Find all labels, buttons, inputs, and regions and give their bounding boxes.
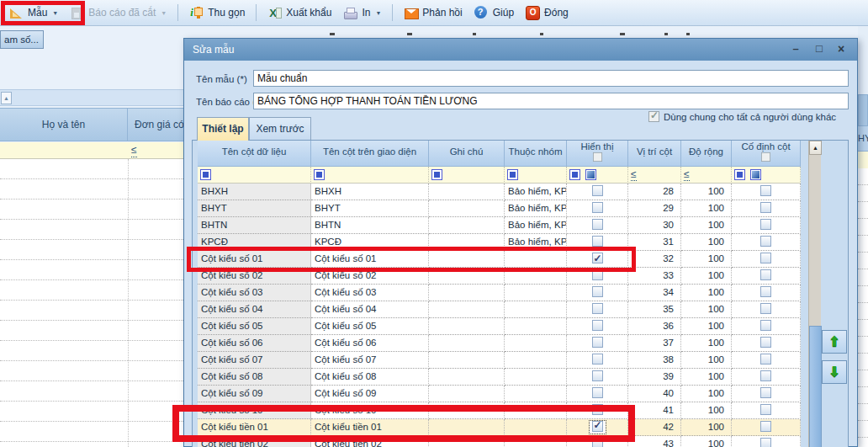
filter-operator[interactable]: ≤ — [684, 168, 690, 181]
cell-visible[interactable] — [567, 369, 628, 386]
filter-cell-group[interactable] — [505, 167, 567, 184]
chevron-down-icon[interactable]: ▼ — [375, 10, 381, 16]
filter-operator[interactable]: ≤ — [131, 143, 137, 157]
column-header-hoten[interactable]: Họ và tên — [0, 109, 128, 141]
table-row[interactable]: Cột kiểu số 03Cột kiểu số 0334100 — [198, 285, 801, 301]
fixed-checkbox[interactable] — [760, 337, 771, 348]
cell-visible[interactable] — [567, 184, 628, 200]
cell-visible[interactable] — [567, 352, 628, 369]
maximize-button[interactable]: □ — [810, 39, 828, 61]
cell-fixed[interactable] — [732, 251, 801, 268]
cell-fixed[interactable] — [732, 386, 801, 402]
column-header-width[interactable]: Độ rộng — [681, 141, 732, 167]
column-header-ui[interactable]: Tên cột trên giao diện — [311, 141, 429, 167]
fixed-checkbox[interactable] — [760, 438, 771, 447]
column-header-visible[interactable]: Hiển thị — [567, 141, 628, 167]
report-name-input[interactable] — [253, 93, 849, 109]
template-name-input[interactable] — [253, 70, 849, 87]
column-header-hy[interactable]: HY — [858, 126, 868, 152]
visible-checkbox[interactable] — [592, 387, 603, 398]
cell-fixed[interactable] — [732, 318, 801, 335]
fixed-checkbox[interactable] — [760, 236, 771, 247]
share-checkbox[interactable] — [648, 111, 659, 122]
fixed-checkbox[interactable] — [760, 404, 771, 415]
filter-cell-visible[interactable] — [567, 167, 628, 184]
visible-checkbox[interactable] — [592, 219, 603, 230]
column-header-data[interactable]: Tên cột dữ liệu — [198, 141, 311, 167]
visible-checkbox[interactable] — [592, 337, 603, 348]
filter-icon[interactable] — [431, 169, 442, 180]
visible-checkbox[interactable] — [592, 286, 603, 297]
fixed-checkbox[interactable] — [760, 269, 771, 280]
column-header-note[interactable]: Ghi chú — [429, 141, 505, 167]
filter-cell-note[interactable] — [429, 167, 505, 184]
filter-icon[interactable] — [569, 169, 580, 180]
filter-icon[interactable] — [314, 169, 325, 180]
cell-fixed[interactable] — [732, 268, 801, 285]
fixed-checkbox[interactable] — [760, 185, 771, 196]
toolbar-button-thu-g-n[interactable]: Thu gọn — [185, 3, 249, 22]
filter-cell-pos[interactable]: ≤ — [628, 167, 681, 184]
table-row[interactable]: Cột kiểu số 06Cột kiểu số 0637100 — [198, 335, 801, 352]
close-button[interactable]: × — [832, 39, 850, 61]
visible-checkbox[interactable] — [592, 320, 603, 331]
cell-fixed[interactable] — [732, 200, 801, 217]
toolbar-button-in[interactable]: In▼ — [339, 3, 385, 22]
cell-fixed[interactable] — [732, 402, 801, 419]
fixed-checkbox[interactable] — [760, 320, 771, 331]
filter-icon[interactable] — [734, 169, 745, 180]
table-row[interactable]: Cột kiểu số 09Cột kiểu số 0940100 — [198, 386, 801, 402]
cell-fixed[interactable] — [732, 234, 801, 251]
scrollbar-thumb[interactable] — [809, 326, 822, 447]
fixed-checkbox[interactable] — [760, 387, 771, 398]
toolbar-button-gi-p[interactable]: Giúp — [470, 3, 518, 22]
visible-checkbox[interactable] — [592, 202, 603, 213]
table-row[interactable]: Cột kiểu số 07Cột kiểu số 0738100 — [198, 352, 801, 369]
table-row[interactable]: BHTNBHTNBảo hiểm, KPC...30100 — [198, 217, 801, 234]
cell-visible[interactable] — [567, 335, 628, 352]
cell-visible[interactable] — [567, 301, 628, 318]
chevron-down-icon[interactable]: ▼ — [161, 10, 167, 16]
filter-cell-data[interactable] — [198, 167, 311, 184]
param-button[interactable]: am số... — [0, 30, 44, 49]
visible-checkbox[interactable] — [592, 303, 603, 314]
move-down-button[interactable]: ⬇ — [822, 360, 847, 384]
fixed-checkbox[interactable] — [760, 219, 771, 230]
cell-fixed[interactable] — [732, 352, 801, 369]
tab-xem-truoc[interactable]: Xem trước — [249, 117, 311, 141]
table-row[interactable]: BHXHBHXHBảo hiểm, KPC...28100 — [198, 184, 801, 200]
visible-checkbox[interactable] — [592, 185, 603, 196]
fixed-checkbox[interactable] — [760, 303, 771, 314]
cell-fixed[interactable] — [732, 301, 801, 318]
filter-icon[interactable] — [507, 169, 518, 180]
fixed-checkbox[interactable] — [760, 354, 771, 365]
column-header-pos[interactable]: Vị trí cột — [628, 141, 681, 167]
filter-cell-ui[interactable] — [311, 167, 429, 184]
visible-checkbox[interactable] — [592, 354, 603, 365]
filter-icon[interactable] — [200, 169, 211, 180]
cell-fixed[interactable] — [732, 335, 801, 352]
background-grid-filter-row[interactable]: ≤ — [0, 142, 183, 159]
filter-icon-filled[interactable] — [585, 169, 596, 180]
cell-visible[interactable] — [567, 318, 628, 335]
visible-checkbox[interactable] — [592, 236, 603, 247]
toolbar-button-xu-t-kh-u[interactable]: Xuất khẩu — [263, 3, 336, 22]
cell-visible[interactable] — [567, 386, 628, 402]
minimize-button[interactable]: – — [786, 39, 805, 61]
fixed-checkbox[interactable] — [760, 202, 771, 213]
tab-thiet-lap[interactable]: Thiết lập — [197, 117, 249, 141]
grid-corner-icon[interactable]: ▲ — [1, 92, 12, 104]
column-header-fixed[interactable]: Cố định cột — [732, 141, 801, 167]
cell-fixed[interactable] — [732, 184, 801, 200]
cell-visible[interactable] — [567, 200, 628, 217]
cell-fixed[interactable] — [732, 285, 801, 301]
header-checkbox[interactable] — [592, 152, 601, 162]
cell-visible[interactable] — [567, 217, 628, 234]
column-header-dongia[interactable]: Đơn giá có — [128, 109, 183, 141]
scrollbar-up-icon[interactable]: ▲ — [809, 141, 822, 155]
fixed-checkbox[interactable] — [760, 370, 771, 381]
toolbar-button--ng[interactable]: Đóng — [521, 3, 573, 22]
fixed-checkbox[interactable] — [760, 286, 771, 297]
vertical-scrollbar[interactable]: ▲ — [808, 141, 821, 447]
dialog-titlebar[interactable]: Sửa mẫu – □ × — [184, 39, 857, 61]
